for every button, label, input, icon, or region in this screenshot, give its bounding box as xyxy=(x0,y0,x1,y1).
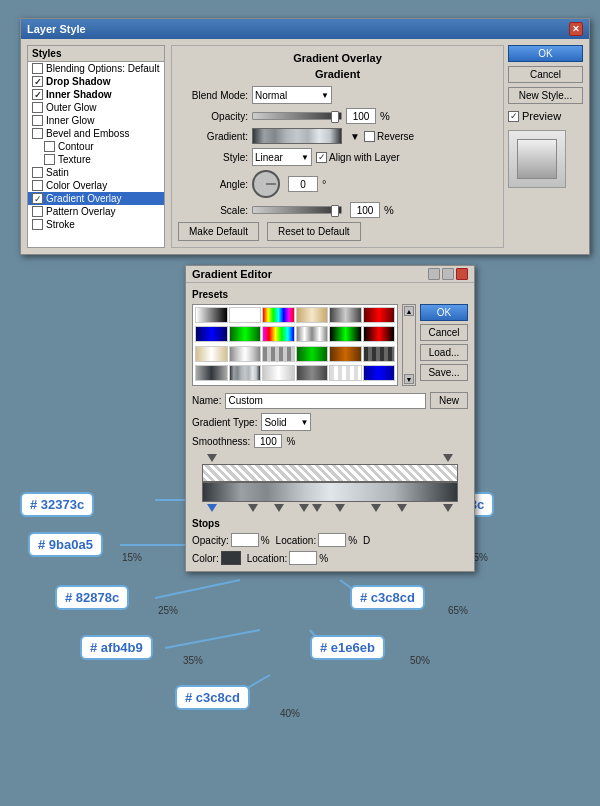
preset-6[interactable] xyxy=(363,307,396,323)
color-stop-50[interactable] xyxy=(335,504,345,512)
style-item-blending[interactable]: Blending Options: Default xyxy=(28,62,164,75)
checkbox-blending[interactable] xyxy=(32,63,43,74)
close-button[interactable]: ✕ xyxy=(569,22,583,36)
color-stop-40[interactable] xyxy=(312,504,322,512)
ge-load-button[interactable]: Load... xyxy=(420,344,468,361)
style-item-drop-shadow[interactable]: Drop Shadow xyxy=(28,75,164,88)
ge-close-icon[interactable] xyxy=(456,268,468,280)
checkbox-bevel-emboss[interactable] xyxy=(32,128,43,139)
style-item-contour[interactable]: Contour xyxy=(28,140,164,153)
color-stop-0[interactable] xyxy=(207,504,217,512)
angle-control[interactable] xyxy=(252,170,280,198)
preset-9[interactable] xyxy=(262,326,295,342)
reset-to-default-button[interactable]: Reset to Default xyxy=(267,222,361,241)
preset-5[interactable] xyxy=(329,307,362,323)
preset-24[interactable] xyxy=(363,365,396,381)
preset-12[interactable] xyxy=(363,326,396,342)
scale-slider[interactable] xyxy=(252,206,342,214)
ok-button[interactable]: OK xyxy=(508,45,583,62)
smoothness-input[interactable] xyxy=(254,434,282,448)
preset-7[interactable] xyxy=(195,326,228,342)
color-stop-25[interactable] xyxy=(274,504,284,512)
preset-18[interactable] xyxy=(363,346,396,362)
checkbox-gradient-overlay[interactable] xyxy=(32,193,43,204)
blend-mode-dropdown[interactable]: Normal ▼ xyxy=(252,86,332,104)
preset-23[interactable] xyxy=(329,365,362,381)
style-item-inner-glow[interactable]: Inner Glow xyxy=(28,114,164,127)
gradient-bar[interactable] xyxy=(202,482,458,502)
opacity-input[interactable] xyxy=(346,108,376,124)
preset-1[interactable] xyxy=(195,307,228,323)
preset-16[interactable] xyxy=(296,346,329,362)
style-item-pattern-overlay[interactable]: Pattern Overlay xyxy=(28,205,164,218)
color-stop-75[interactable] xyxy=(397,504,407,512)
stop-opacity-input[interactable] xyxy=(231,533,259,547)
style-item-inner-shadow[interactable]: Inner Shadow xyxy=(28,88,164,101)
angle-input[interactable] xyxy=(288,176,318,192)
ge-ok-button[interactable]: OK xyxy=(420,304,468,321)
scroll-up[interactable]: ▲ xyxy=(404,306,414,316)
checkbox-stroke[interactable] xyxy=(32,219,43,230)
preset-17[interactable] xyxy=(329,346,362,362)
checkbox-reverse[interactable] xyxy=(364,131,375,142)
preset-3[interactable] xyxy=(262,307,295,323)
checkbox-preview[interactable] xyxy=(508,111,519,122)
preset-11[interactable] xyxy=(329,326,362,342)
checkbox-drop-shadow[interactable] xyxy=(32,76,43,87)
opacity-slider[interactable] xyxy=(252,112,342,120)
style-item-color-overlay[interactable]: Color Overlay xyxy=(28,179,164,192)
cancel-button[interactable]: Cancel xyxy=(508,66,583,83)
opacity-triangle-0[interactable] xyxy=(207,454,217,462)
style-item-gradient-overlay[interactable]: Gradient Overlay xyxy=(28,192,164,205)
make-default-button[interactable]: Make Default xyxy=(178,222,259,241)
preset-22[interactable] xyxy=(296,365,329,381)
style-item-outer-glow[interactable]: Outer Glow xyxy=(28,101,164,114)
gradient-arrow[interactable]: ▼ xyxy=(350,131,360,142)
checkbox-texture[interactable] xyxy=(44,154,55,165)
gradient-preview[interactable] xyxy=(252,128,342,144)
checkbox-satin[interactable] xyxy=(32,167,43,178)
new-button[interactable]: New xyxy=(430,392,468,409)
ge-save-button[interactable]: Save... xyxy=(420,364,468,381)
style-item-stroke[interactable]: Stroke xyxy=(28,218,164,231)
preset-21[interactable] xyxy=(262,365,295,381)
checkbox-pattern-overlay[interactable] xyxy=(32,206,43,217)
checkbox-color-overlay[interactable] xyxy=(32,180,43,191)
style-item-bevel-emboss[interactable]: Bevel and Emboss xyxy=(28,127,164,140)
stop-location-input-1[interactable] xyxy=(318,533,346,547)
preset-14[interactable] xyxy=(229,346,262,362)
color-stop-65[interactable] xyxy=(371,504,381,512)
checkbox-contour[interactable] xyxy=(44,141,55,152)
gradient-type-dropdown[interactable]: Solid ▼ xyxy=(261,413,311,431)
style-item-satin[interactable]: Satin xyxy=(28,166,164,179)
preset-8[interactable] xyxy=(229,326,262,342)
preset-4[interactable] xyxy=(296,307,329,323)
opacity-triangle-1[interactable] xyxy=(443,454,453,462)
checkbox-inner-shadow[interactable] xyxy=(32,89,43,100)
preset-15[interactable] xyxy=(262,346,295,362)
preset-19[interactable] xyxy=(195,365,228,381)
checkbox-inner-glow[interactable] xyxy=(32,115,43,126)
ge-cancel-button[interactable]: Cancel xyxy=(420,324,468,341)
checkbox-outer-glow[interactable] xyxy=(32,102,43,113)
preset-13[interactable] xyxy=(195,346,228,362)
name-input[interactable] xyxy=(225,393,426,409)
ge-minimize-icon[interactable] xyxy=(428,268,440,280)
scale-thumb[interactable] xyxy=(331,205,339,217)
scale-input[interactable] xyxy=(350,202,380,218)
color-stop-35[interactable] xyxy=(299,504,309,512)
stop-color-box[interactable] xyxy=(221,551,241,565)
stop-location-input-2[interactable] xyxy=(289,551,317,565)
preset-2[interactable] xyxy=(229,307,262,323)
presets-scroll[interactable]: ▲ ▼ xyxy=(402,304,416,386)
checkbox-align[interactable] xyxy=(316,152,327,163)
scroll-down[interactable]: ▼ xyxy=(404,374,414,384)
color-stop-15[interactable] xyxy=(248,504,258,512)
preset-20[interactable] xyxy=(229,365,262,381)
style-dropdown[interactable]: Linear ▼ xyxy=(252,148,312,166)
opacity-thumb[interactable] xyxy=(331,111,339,123)
style-item-texture[interactable]: Texture xyxy=(28,153,164,166)
color-stop-100[interactable] xyxy=(443,504,453,512)
ge-maximize-icon[interactable] xyxy=(442,268,454,280)
new-style-button[interactable]: New Style... xyxy=(508,87,583,104)
